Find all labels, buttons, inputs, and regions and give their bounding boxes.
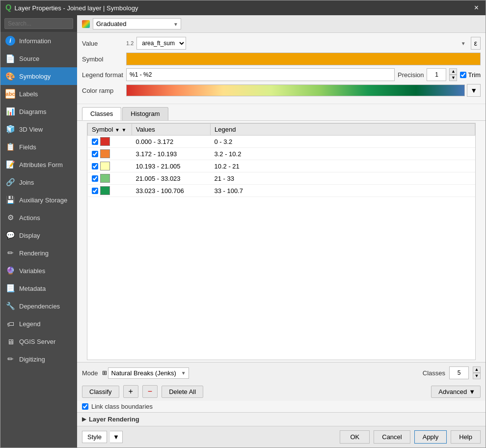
row-color-swatch-4[interactable] [100,186,110,195]
row-checkbox-1[interactable] [92,151,98,157]
sidebar-item-digitizing[interactable]: ✏ Digitizing [0,350,77,368]
color-ramp-dropdown-button[interactable]: ▼ [467,84,481,97]
symbol-preview[interactable] [126,53,481,65]
sidebar-label-auxiliary-storage: Auxiliary Storage [19,196,67,204]
classes-down-button[interactable]: ▼ [473,373,481,379]
table-row: 10.193 - 21.005 10.2 - 21 [88,160,475,172]
apply-button[interactable]: Apply [414,430,447,444]
col-header-values[interactable]: Values [132,124,211,136]
close-button[interactable]: × [472,3,481,12]
remove-class-button[interactable]: − [142,385,158,398]
value-field-select[interactable]: area_ft_sum [136,37,186,50]
style-dropdown-button[interactable]: ▼ [110,431,123,443]
sidebar-item-fields[interactable]: 📋 Fields [0,138,77,156]
sidebar-item-labels[interactable]: abc Labels [0,85,77,103]
layer-rendering-label: Layer Rendering [89,416,139,423]
actions-icon: ⚙ [5,213,15,223]
precision-up-button[interactable]: ▲ [449,68,457,75]
sidebar-item-attributes-form[interactable]: 📝 Attributes Form [0,156,77,173]
sidebar-item-legend[interactable]: 🏷 Legend [0,315,77,333]
row-checkbox-2[interactable] [92,163,98,169]
app-icon: Q [5,3,11,12]
classify-button[interactable]: Classify [82,386,119,398]
ok-button[interactable]: OK [340,430,370,444]
renderer-type-select[interactable]: Graduated [93,18,181,29]
sidebar-label-attributes-form: Attributes Form [19,161,63,168]
col-header-legend[interactable]: Legend [211,124,475,136]
col-header-symbol[interactable]: Symbol ▼ [88,124,132,136]
advanced-wrapper: Advanced ▼ [431,386,481,398]
legend-format-control: Precision ▲ ▼ Trim [126,68,481,81]
sidebar-item-information[interactable]: i Information [0,32,77,50]
sidebar-item-qgis-server[interactable]: 🖥 QGIS Server [0,333,77,350]
sidebar-label-variables: Variables [19,267,45,275]
row-color-swatch-2[interactable] [100,162,110,170]
row-values-2: 10.193 - 21.005 [132,160,211,172]
content-area: i Information 📄 Source 🎨 Symbology abc L… [0,15,486,448]
table-header-row: Symbol ▼ Values Legend [88,124,475,136]
add-class-button[interactable]: + [123,385,138,398]
value-prefix: 1.2 [126,40,134,46]
row-legend-4: 33 - 100.7 [211,185,475,197]
sidebar-item-3dview[interactable]: 🧊 3D View [0,120,77,138]
precision-spinner-buttons: ▲ ▼ [449,68,457,81]
classes-up-button[interactable]: ▲ [473,366,481,373]
3dview-icon: 🧊 [5,124,15,134]
color-ramp-preview[interactable] [126,84,465,96]
row-checkbox-0[interactable] [92,139,98,145]
sidebar-item-auxiliary-storage[interactable]: 💾 Auxiliary Storage [0,191,77,209]
delete-all-button[interactable]: Delete All [162,386,203,398]
help-button[interactable]: Help [451,430,481,444]
sidebar-label-information: Information [19,37,51,45]
color-ramp-label: Color ramp [82,87,126,94]
sidebar-label-source: Source [19,55,39,62]
legend-format-input[interactable] [126,68,395,81]
attributes-form-icon: 📝 [5,160,15,169]
row-checkbox-3[interactable] [92,175,98,182]
advanced-dropdown-arrow: ▼ [469,388,475,395]
row-checkbox-4[interactable] [92,188,98,194]
sidebar-item-diagrams[interactable]: 📊 Diagrams [0,103,77,120]
sidebar-item-joins[interactable]: 🔗 Joins [0,173,77,191]
sidebar-item-symbology[interactable]: 🎨 Symbology [0,67,77,85]
tab-histogram[interactable]: Histogram [122,107,168,120]
sidebar-label-display: Display [19,232,40,239]
precision-down-button[interactable]: ▼ [449,75,457,81]
window-title: Layer Properties - Joined layer | Symbol… [14,4,138,12]
value-expression-button[interactable]: ε [471,37,481,50]
footer: Style ▼ OK Cancel Apply Help [77,426,486,448]
sidebar-item-source[interactable]: 📄 Source [0,50,77,67]
diagrams-icon: 📊 [5,107,15,116]
row-color-swatch-0[interactable] [100,137,110,146]
row-color-swatch-1[interactable] [100,149,110,158]
link-boundaries-checkbox[interactable] [82,403,88,410]
sidebar-item-metadata[interactable]: 📃 Metadata [0,280,77,297]
sidebar-item-rendering[interactable]: ✏ Rendering [0,244,77,262]
tab-classes[interactable]: Classes [82,107,121,120]
advanced-button[interactable]: Advanced ▼ [431,386,481,398]
row-legend-2: 10.2 - 21 [211,160,475,172]
sidebar-item-dependencies[interactable]: 🔧 Dependencies [0,297,77,315]
row-color-swatch-3[interactable] [100,174,110,183]
information-icon: i [5,36,15,46]
row-legend-1: 3.2 - 10.2 [211,148,475,160]
sidebar-item-actions[interactable]: ⚙ Actions [0,209,77,226]
row-legend-0: 0 - 3.2 [211,136,475,148]
sidebar-label-3dview: 3D View [19,126,43,133]
renderer-bar: Graduated [77,15,486,33]
layer-rendering-expand-arrow[interactable]: ▶ [82,416,86,422]
cancel-button[interactable]: Cancel [374,430,410,444]
row-symbol-4 [88,185,132,197]
search-input[interactable] [4,18,73,29]
style-button[interactable]: Style [82,431,107,443]
labels-icon: abc [5,89,15,99]
trim-checkbox[interactable] [460,72,466,78]
sidebar-item-variables[interactable]: 🔮 Variables [0,262,77,280]
mode-select[interactable]: Natural Breaks (Jenks) [108,367,189,379]
classes-spinbox[interactable] [449,366,469,379]
table-row: 33.023 - 100.706 33 - 100.7 [88,185,475,197]
trim-label: Trim [468,71,481,79]
link-boundaries-label: Link class boundaries [91,403,153,410]
sidebar-item-display[interactable]: 💬 Display [0,226,77,244]
precision-spinbox[interactable] [427,68,446,81]
